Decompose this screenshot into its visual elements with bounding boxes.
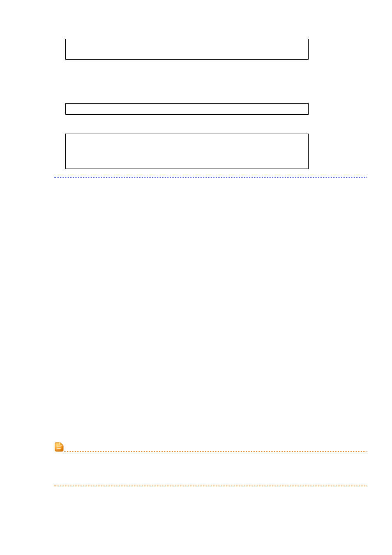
content-box-3 bbox=[65, 134, 309, 169]
content-box-1 bbox=[65, 39, 309, 60]
divider-blue bbox=[54, 177, 367, 178]
divider-orange-2 bbox=[54, 486, 367, 486]
divider-orange-1 bbox=[64, 451, 367, 452]
content-box-2 bbox=[65, 103, 309, 115]
file-icon bbox=[53, 441, 65, 453]
